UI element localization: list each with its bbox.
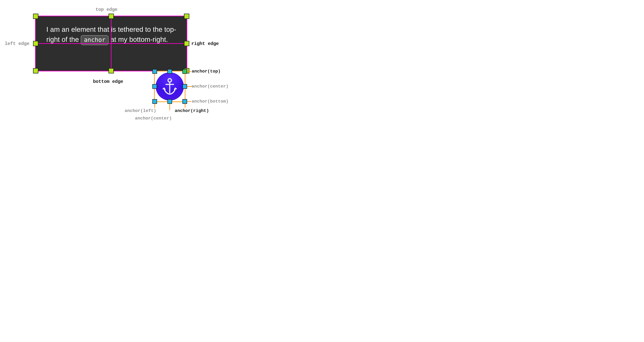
right-edge-label: right edge	[191, 41, 219, 46]
handle-middle-left	[33, 41, 38, 46]
anchor-handle-bottom-right	[182, 99, 187, 104]
left-edge-label: left edge	[5, 41, 30, 46]
anchor-icon	[162, 78, 178, 95]
anchor-handle-middle-right	[182, 84, 187, 89]
anchor-element	[154, 71, 186, 102]
anchor-circle	[156, 72, 184, 100]
anchor-center-h-label: anchor(center)	[192, 84, 228, 89]
anchor-top-label: anchor(top)	[192, 69, 220, 74]
handle-top-left	[33, 14, 38, 19]
tethered-center-horizontal-line	[36, 43, 187, 44]
anchor-handle-top-center	[168, 69, 172, 74]
anchor-handle-top-right	[182, 69, 187, 74]
handle-top-right	[184, 14, 189, 19]
anchor-right-label: anchor(right)	[175, 108, 209, 113]
anchor-handle-middle-left	[152, 84, 157, 89]
handle-bottom-center	[108, 68, 114, 74]
tethered-text-after: at my bottom-right.	[108, 36, 168, 43]
anchor-center-v-label: anchor(center)	[135, 116, 172, 121]
anchor-handle-top-left	[152, 69, 157, 74]
tethered-element: I am an element that is tethered to the …	[35, 16, 187, 72]
anchor-left-label: anchor(left)	[125, 108, 156, 113]
anchor-handle-bottom-left	[152, 99, 157, 104]
anchor-bottom-label: anchor(bottom)	[192, 99, 228, 104]
anchor-handle-bottom-center	[168, 99, 172, 104]
handle-top-center	[108, 14, 114, 19]
diagram-canvas: I am an element that is tethered to the …	[0, 0, 235, 125]
bottom-edge-label: bottom edge	[93, 79, 123, 84]
handle-bottom-left	[33, 68, 38, 74]
handle-middle-right	[184, 41, 189, 46]
top-edge-label: top edge	[96, 7, 118, 12]
